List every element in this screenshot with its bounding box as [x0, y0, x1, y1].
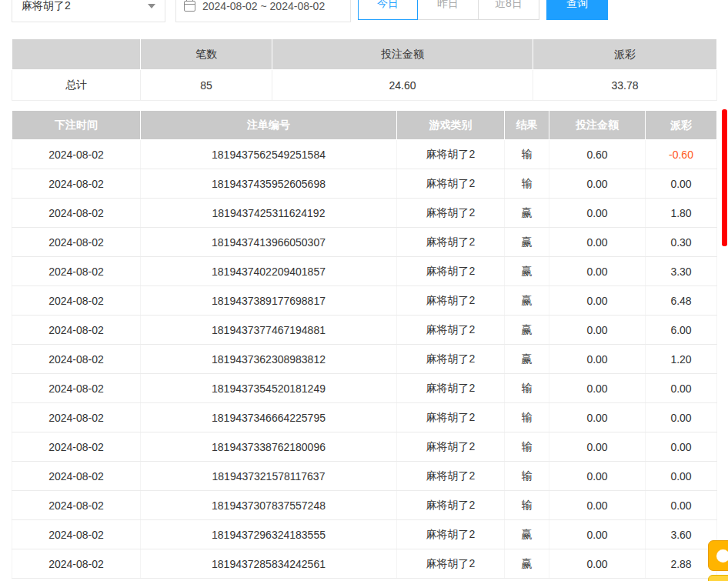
cell-order-id: 1819437296324183555 [141, 520, 397, 549]
cell-game-category: 麻将胡了2 [397, 374, 505, 403]
quick-filter-yesterday-button[interactable]: 昨日 [417, 0, 479, 20]
cell-result: 赢 [505, 199, 549, 228]
table-row: 2024-08-02 1819437402209401857 麻将胡了2 赢 0… [12, 257, 717, 286]
cell-payout: 6.48 [646, 286, 717, 316]
cell-order-id: 1819437285834242561 [141, 549, 397, 579]
quick-filter-today-button[interactable]: 今日 [358, 0, 418, 20]
cell-bet-amount: 0.60 [549, 140, 646, 169]
header-result: 结果 [505, 111, 549, 140]
cell-result: 赢 [505, 257, 549, 286]
cell-game-category: 麻将胡了2 [397, 403, 505, 432]
cell-result: 赢 [505, 316, 549, 345]
cell-order-id: 1819437362308983812 [141, 345, 397, 374]
cell-order-id: 1819437402209401857 [141, 257, 397, 286]
table-row: 2024-08-02 1819437389177698817 麻将胡了2 赢 0… [12, 286, 717, 316]
cell-result: 赢 [505, 549, 549, 579]
cell-result: 输 [505, 140, 549, 169]
cell-game-category: 麻将胡了2 [397, 140, 505, 169]
cell-bet-amount: 0.00 [549, 520, 646, 549]
bet-records-page: 麻将胡了2 2024-08-02 ~ 2024-08-02 今日 昨日 近8日 … [0, 0, 728, 581]
date-range-input[interactable]: 2024-08-02 ~ 2024-08-02 [175, 0, 351, 22]
cell-result: 输 [505, 432, 549, 462]
cell-game-category: 麻将胡了2 [397, 549, 505, 579]
table-row: 2024-08-02 1819437321578117637 麻将胡了2 输 0… [12, 462, 717, 491]
cell-bet-time: 2024-08-02 [12, 403, 141, 432]
floating-widget-button[interactable] [708, 575, 728, 581]
cell-bet-time: 2024-08-02 [12, 316, 141, 345]
cell-result: 赢 [505, 345, 549, 374]
cell-bet-time: 2024-08-02 [12, 520, 141, 549]
cell-order-id: 1819437338762180096 [141, 432, 397, 462]
cell-game-category: 麻将胡了2 [397, 491, 505, 520]
cell-bet-amount: 0.00 [549, 432, 646, 462]
cell-result: 输 [505, 169, 549, 199]
cell-bet-amount: 0.00 [549, 169, 646, 199]
quick-filter-last8days-button[interactable]: 近8日 [478, 0, 539, 20]
table-row: 2024-08-02 1819437354520181249 麻将胡了2 输 0… [12, 374, 717, 403]
cell-result: 赢 [505, 228, 549, 257]
cell-payout: 1.20 [646, 345, 717, 374]
cell-game-category: 麻将胡了2 [397, 462, 505, 491]
cell-bet-amount: 0.00 [549, 403, 646, 432]
scrollbar-thumb[interactable] [722, 109, 727, 246]
cell-order-id: 1819437354520181249 [141, 374, 397, 403]
cell-game-category: 麻将胡了2 [397, 286, 505, 316]
summary-total-bet-amount: 24.60 [272, 70, 533, 101]
cell-order-id: 1819437321578117637 [141, 462, 397, 491]
cell-order-id: 1819437435952605698 [141, 169, 397, 199]
game-select[interactable]: 麻将胡了2 [12, 0, 165, 22]
header-bet-amount: 投注金额 [549, 111, 646, 140]
cell-payout: 0.00 [646, 169, 717, 199]
header-game-category: 游戏类别 [397, 111, 505, 140]
cell-game-category: 麻将胡了2 [397, 228, 505, 257]
cell-game-category: 麻将胡了2 [397, 432, 505, 462]
cell-bet-amount: 0.00 [549, 228, 646, 257]
table-row: 2024-08-02 1819437562549251584 麻将胡了2 输 0… [12, 140, 717, 169]
table-row: 2024-08-02 1819437425311624192 麻将胡了2 赢 0… [12, 199, 717, 228]
cell-bet-amount: 0.00 [549, 374, 646, 403]
cell-bet-time: 2024-08-02 [12, 345, 141, 374]
cell-result: 输 [505, 462, 549, 491]
filter-bar: 麻将胡了2 2024-08-02 ~ 2024-08-02 今日 昨日 近8日 … [0, 0, 728, 23]
cell-bet-time: 2024-08-02 [12, 549, 141, 579]
cell-payout: 3.60 [646, 520, 717, 549]
summary-total-row: 总计 85 24.60 33.78 [12, 70, 717, 101]
game-select-value: 麻将胡了2 [22, 0, 71, 13]
cell-bet-time: 2024-08-02 [12, 432, 141, 462]
cell-result: 输 [505, 403, 549, 432]
summary-header-count: 笔数 [141, 39, 272, 70]
cell-bet-time: 2024-08-02 [12, 228, 141, 257]
cell-order-id: 1819437562549251584 [141, 140, 397, 169]
cell-bet-amount: 0.00 [549, 462, 646, 491]
table-row: 2024-08-02 1819437285834242561 麻将胡了2 赢 0… [12, 549, 717, 579]
cell-payout: 2.88 [646, 549, 717, 579]
cell-bet-amount: 0.00 [549, 286, 646, 316]
cell-bet-amount: 0.00 [549, 257, 646, 286]
cell-bet-amount: 0.00 [549, 316, 646, 345]
summary-total-label: 总计 [12, 70, 141, 101]
summary-header-bet-amount: 投注金额 [272, 39, 533, 70]
summary-total-payout: 33.78 [533, 70, 717, 101]
bet-records-table: 下注时间 注单编号 游戏类别 结果 投注金额 派彩 2024-08-02 181… [12, 110, 717, 579]
search-button[interactable]: 查询 [546, 0, 608, 20]
table-row: 2024-08-02 1819437362308983812 麻将胡了2 赢 0… [12, 345, 717, 374]
cell-bet-time: 2024-08-02 [12, 257, 141, 286]
cell-result: 赢 [505, 286, 549, 316]
table-row: 2024-08-02 1819437338762180096 麻将胡了2 输 0… [12, 432, 717, 462]
cell-game-category: 麻将胡了2 [397, 257, 505, 286]
cell-payout: 3.30 [646, 257, 717, 286]
cell-bet-time: 2024-08-02 [12, 169, 141, 199]
cell-payout: 0.00 [646, 432, 717, 462]
customer-service-icon [716, 549, 728, 563]
cell-game-category: 麻将胡了2 [397, 316, 505, 345]
cell-bet-amount: 0.00 [549, 199, 646, 228]
cell-order-id: 1819437425311624192 [141, 199, 397, 228]
customer-service-widget-button[interactable] [708, 540, 728, 571]
table-row: 2024-08-02 1819437296324183555 麻将胡了2 赢 0… [12, 520, 717, 549]
calendar-icon [184, 1, 195, 12]
cell-result: 赢 [505, 520, 549, 549]
cell-payout: 0.30 [646, 228, 717, 257]
cell-payout: -0.60 [646, 140, 717, 169]
cell-game-category: 麻将胡了2 [397, 345, 505, 374]
cell-bet-time: 2024-08-02 [12, 199, 141, 228]
